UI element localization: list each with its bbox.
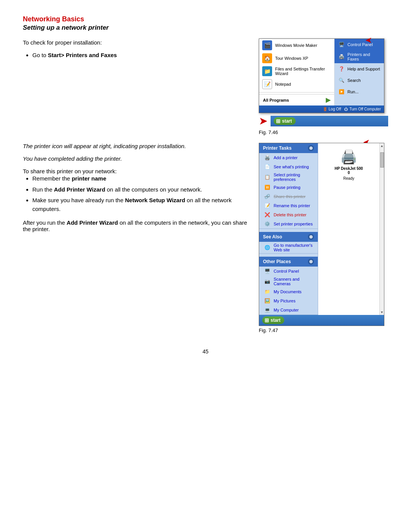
printer-tasks-list: 🖨️ Add a printer 📄 See what's printing 📋: [259, 153, 318, 228]
logoff-label: Log Off: [329, 107, 341, 111]
page-title: Networking Basics: [23, 15, 388, 23]
menu-label-movie-maker: Windows Movie Maker: [275, 43, 317, 48]
turnoff-button[interactable]: ⏻ Turn Off Computer: [344, 107, 381, 111]
other-places-header: Other Places ⊛: [259, 257, 318, 267]
bullet-network-bold: Network Setup Wizard: [125, 197, 185, 203]
my-documents-icon: 📁: [264, 288, 271, 295]
xp-taskbar-1: ⊞ start: [271, 116, 388, 126]
place-scanners-cameras[interactable]: 📷 Scanners and Cameras: [259, 276, 318, 287]
scroll-down[interactable]: ▼: [380, 310, 384, 314]
my-computer-label: My Computer: [274, 308, 299, 312]
bullet-wizard-bold: Add Printer Wizard: [54, 186, 105, 193]
task-share-printer[interactable]: 🔗 Share this printer: [259, 192, 318, 201]
menu-item-control-panel[interactable]: 🖥️ Control Panel: [335, 39, 384, 50]
my-pictures-icon: 🖼️: [264, 297, 271, 304]
bullet-wizard-prefix: Run the: [32, 186, 54, 193]
page-number: 45: [23, 348, 388, 355]
my-computer-icon: 💻: [264, 307, 271, 313]
printer-tasks-label: Printer Tasks: [263, 145, 292, 151]
place-my-documents[interactable]: 📁 My Documents: [259, 287, 318, 296]
task-set-properties[interactable]: ⚙️ Set printer properties: [259, 219, 318, 228]
task-delete-printer[interactable]: ❌ Delete this printer: [259, 210, 318, 219]
see-also-header: See Also ⊛: [259, 232, 318, 242]
web-icon: 🌐: [264, 244, 271, 251]
startmenu-bottom-bar: 🚪 Log Off ⏻ Turn Off Computer: [259, 105, 384, 113]
section2-para4: After you run the Add Printer Wizard on …: [23, 219, 247, 232]
add-printer-label: Add a printer: [274, 155, 298, 160]
menu-item-help[interactable]: ❓ Help and Support: [335, 63, 384, 75]
all-programs-label: All Programs: [263, 98, 289, 102]
collapse-button-3[interactable]: ⊛: [308, 259, 314, 265]
share-printer-label: Share this printer: [274, 194, 306, 199]
share-printer-icon: 🔗: [264, 193, 271, 200]
control-panel-icon: 🖥️: [338, 41, 345, 48]
control-panel-place-label: Control Panel: [274, 269, 299, 273]
fig746-label: Fig. 7.46: [259, 129, 388, 135]
task-add-printer[interactable]: 🖨️ Add a printer: [259, 153, 318, 162]
page-subtitle: Setting up a network printer: [23, 24, 388, 32]
scrollbar[interactable]: ▲ ▼: [379, 143, 384, 315]
scroll-thumb[interactable]: [380, 152, 384, 168]
section2-para3: To share this printer on your network:: [23, 168, 247, 174]
help-label: Help and Support: [347, 67, 380, 71]
printers-faxes-label: Printers and Faxes: [347, 52, 381, 61]
pause-printing-label: Pause printing: [274, 185, 300, 190]
start-button-2[interactable]: ⊞ start: [262, 316, 284, 324]
fig-746: ➤ 🎬 Windows Movie Maker 🏠 Tour Windows X…: [259, 38, 388, 135]
scanners-cameras-label: Scanners and Cameras: [274, 277, 313, 286]
place-my-computer[interactable]: 💻 My Computer: [259, 305, 318, 315]
startmenu-fig746: 🎬 Windows Movie Maker 🏠 Tour Windows XP …: [259, 38, 384, 113]
start-arrow: ➤: [259, 115, 268, 127]
see-printing-label: See what's printing: [274, 165, 309, 169]
menu-item-search[interactable]: 🔍 Search: [335, 75, 384, 86]
menu-label-tour: Tour Windows XP: [275, 56, 308, 61]
windows-flag-icon-2: ⊞: [264, 317, 269, 323]
logoff-icon: 🚪: [323, 107, 327, 111]
task-select-printing[interactable]: 📋 Select printing preferences: [259, 171, 318, 183]
run-icon: ▶️: [338, 88, 345, 96]
menu-item-notepad[interactable]: 📝 Notepad: [259, 78, 334, 91]
task-pause-printing[interactable]: ⏸️ Pause printing: [259, 183, 318, 192]
tour-icon: 🏠: [262, 53, 272, 63]
task-see-printing[interactable]: 📄 See what's printing: [259, 162, 318, 171]
printer-sidebar: Printer Tasks ⊛ 🖨️ Add a printer 📄: [259, 143, 318, 315]
menu-item-tour[interactable]: 🏠 Tour Windows XP: [259, 52, 334, 65]
transfer-icon: 📁: [262, 66, 272, 76]
select-printing-icon: 📋: [264, 174, 271, 181]
all-programs-arrow: ▶: [326, 96, 330, 104]
rename-printer-icon: 📝: [264, 202, 271, 209]
section2-para1: The printer icon will appear at right, i…: [23, 143, 247, 149]
search-icon: 🔍: [338, 77, 345, 84]
add-printer-icon: 🖨️: [264, 154, 271, 161]
printer-tasks-panel: Printer Tasks ⊛ 🖨️ Add a printer 📄: [259, 143, 384, 326]
notepad-icon: 📝: [262, 79, 272, 89]
menu-item-printers-faxes[interactable]: 🖨️ Printers and Faxes: [335, 50, 384, 63]
menu-label-notepad: Notepad: [275, 82, 291, 86]
section1-intro: To check for proper installation:: [23, 38, 247, 47]
task-rename-printer[interactable]: 📝 Rename this printer: [259, 201, 318, 210]
windows-flag-icon: ⊞: [276, 118, 280, 124]
set-properties-icon: ⚙️: [264, 220, 271, 227]
collapse-button-1[interactable]: ⊛: [308, 145, 314, 151]
logoff-button[interactable]: 🚪 Log Off: [323, 107, 341, 111]
fig747-label: Fig. 7.47: [259, 328, 388, 333]
task-manufacturer-site[interactable]: 🌐 Go to manufacturer's Web site: [259, 242, 318, 253]
menu-item-transfer[interactable]: 📁 Files and Settings Transfer Wizard: [259, 65, 334, 78]
collapse-button-2[interactable]: ⊛: [308, 234, 314, 240]
bullet1-prefix: Go to: [32, 52, 48, 58]
menu-item-movie-maker[interactable]: 🎬 Windows Movie Maker: [259, 39, 334, 52]
scroll-up[interactable]: ▲: [380, 144, 384, 148]
bullet-printer-name-bold: printer name: [72, 175, 106, 182]
printer-display: 🖨️ HP DeskJet 500 0 Ready: [334, 149, 364, 181]
place-my-pictures[interactable]: 🖼️ My Pictures: [259, 296, 318, 305]
delete-printer-icon: ❌: [264, 211, 271, 218]
movie-maker-icon: 🎬: [262, 40, 272, 50]
scanners-cameras-icon: 📷: [264, 278, 271, 285]
bullet-wizard-suffix: on all the computers on your network.: [105, 186, 202, 193]
start-button-1[interactable]: ⊞ start: [274, 117, 296, 125]
place-control-panel[interactable]: 🖥️ Control Panel: [259, 267, 318, 276]
all-programs[interactable]: All Programs ▶: [259, 94, 334, 105]
menu-item-run[interactable]: ▶️ Run...: [335, 86, 384, 97]
my-pictures-label: My Pictures: [274, 299, 295, 303]
control-panel-place-icon: 🖥️: [264, 268, 271, 275]
